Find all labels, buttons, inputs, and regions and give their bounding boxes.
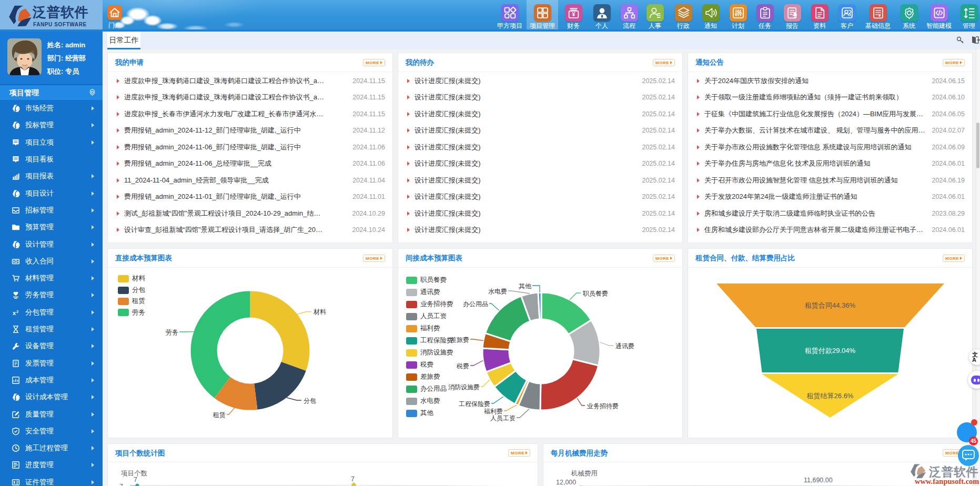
- svg-text:水电费: 水电费: [488, 288, 507, 295]
- svg-text:其他: 其他: [519, 282, 532, 290]
- svg-text:职员餐费: 职员餐费: [583, 290, 608, 297]
- svg-text:劳务: 劳务: [166, 329, 178, 336]
- svg-text:税费: 税费: [456, 362, 469, 370]
- svg-text:租赁付款29.04%: 租赁付款29.04%: [805, 347, 856, 355]
- svg-text:租赁: 租赁: [213, 411, 226, 419]
- svg-text:业务招待费: 业务招待费: [587, 402, 619, 410]
- svg-text:福利费: 福利费: [483, 408, 503, 415]
- svg-text:分包: 分包: [304, 397, 316, 404]
- svg-text:x: x: [13, 309, 16, 316]
- svg-text:2: 2: [16, 309, 18, 313]
- svg-text:人员工资: 人员工资: [490, 414, 516, 422]
- svg-text:租赁合同44.36%: 租赁合同44.36%: [805, 301, 856, 309]
- svg-text:¥: ¥: [878, 12, 881, 18]
- svg-text:通讯费: 通讯费: [615, 342, 634, 350]
- svg-text:租赁结算26.6%: 租赁结算26.6%: [807, 392, 854, 400]
- svg-text:¥: ¥: [572, 12, 575, 17]
- svg-text:工程保险费: 工程保险费: [459, 400, 490, 408]
- svg-text:消防设施费: 消防设施费: [448, 383, 480, 391]
- svg-text:材料: 材料: [313, 308, 326, 316]
- svg-text:办公用品: 办公用品: [463, 300, 488, 308]
